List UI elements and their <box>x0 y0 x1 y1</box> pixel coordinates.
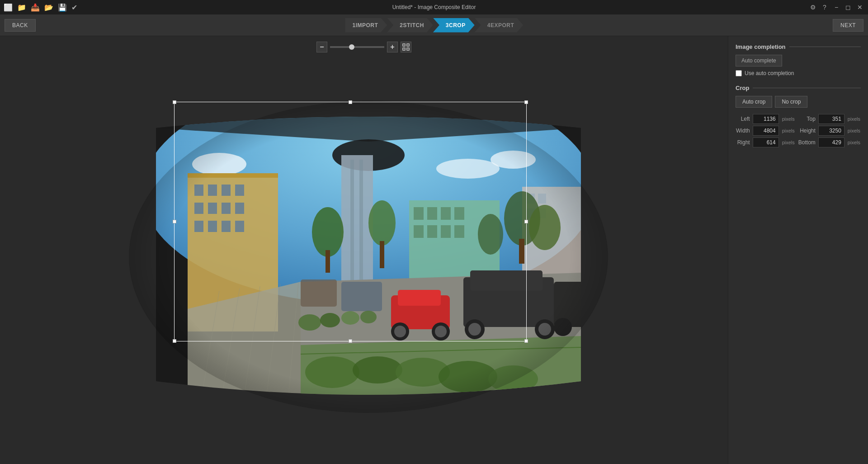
left-label: Left <box>736 116 750 122</box>
panorama-container <box>9 59 728 455</box>
crop-title: Crop <box>736 85 861 91</box>
step-4-label: EXPORT <box>491 22 514 28</box>
svg-rect-1 <box>407 44 409 46</box>
main-area: − + <box>0 36 868 464</box>
auto-completion-checkbox-row: Use auto completion <box>736 70 861 76</box>
step-3-number: 3 <box>446 22 449 28</box>
import-icon[interactable]: 📥 <box>31 3 40 12</box>
right-unit: pixels <box>782 140 795 145</box>
bottom-unit: pixels <box>848 140 861 145</box>
step-3-label: CROP <box>449 22 466 28</box>
zoom-controls: − + <box>316 42 411 52</box>
settings-icon[interactable]: ⚙ <box>808 4 817 11</box>
top-value-input[interactable] <box>818 114 844 124</box>
image-completion-title: Image completion <box>736 43 861 50</box>
titlebar-controls: ⚙ ? − ◻ ✕ <box>808 4 864 11</box>
crop-handle-middle-left[interactable] <box>173 220 176 223</box>
step-1-number: 1 <box>352 22 355 28</box>
zoom-slider-track <box>330 46 384 48</box>
svg-rect-3 <box>407 48 409 50</box>
zoom-plus-button[interactable]: + <box>387 42 398 52</box>
use-auto-completion-label: Use auto completion <box>745 70 794 76</box>
crop-handle-top-left[interactable] <box>173 100 176 104</box>
svg-rect-0 <box>403 44 405 46</box>
step-import[interactable]: 1 IMPORT <box>345 18 387 33</box>
fit-to-window-button[interactable] <box>401 42 411 52</box>
crop-handle-bottom-center[interactable] <box>349 339 352 343</box>
crop-handle-bottom-right[interactable] <box>524 339 528 343</box>
width-value-input[interactable] <box>753 126 779 136</box>
height-value-input[interactable] <box>818 126 844 136</box>
crop-values-grid: Left pixels Top pixels Width pixels Heig… <box>736 114 861 147</box>
panorama-wrapper[interactable] <box>129 101 608 413</box>
help-icon[interactable]: ? <box>820 4 829 11</box>
crop-handle-top-right[interactable] <box>524 100 528 104</box>
bottom-label: Bottom <box>798 139 816 146</box>
project-icon[interactable]: 📁 <box>17 3 26 12</box>
top-unit: pixels <box>848 116 861 122</box>
top-label: Top <box>798 116 816 122</box>
svg-rect-2 <box>403 48 405 50</box>
zoom-minus-button[interactable]: − <box>316 42 327 52</box>
svg-point-73 <box>590 318 608 336</box>
new-icon[interactable]: ⬜ <box>4 3 13 12</box>
crop-handle-top-center[interactable] <box>349 100 352 104</box>
left-value-input[interactable] <box>753 114 779 124</box>
minimize-icon[interactable]: − <box>832 4 841 11</box>
step-2-label: STITCH <box>403 22 424 28</box>
right-panel: Image completion Auto complete Use auto … <box>728 36 868 464</box>
step-export[interactable]: 4 EXPORT <box>475 18 524 33</box>
width-label: Width <box>736 128 750 134</box>
titlebar-title: Untitled* - Image Composite Editor <box>392 4 476 10</box>
titlebar-icons: ⬜ 📁 📥 📂 💾 ✔ <box>4 3 77 12</box>
back-button[interactable]: BACK <box>5 19 36 32</box>
use-auto-completion-checkbox[interactable] <box>736 70 742 76</box>
image-completion-section: Image completion Auto complete Use auto … <box>736 43 861 76</box>
crop-overlay[interactable] <box>174 102 527 341</box>
restore-icon[interactable]: ◻ <box>844 4 853 11</box>
titlebar: ⬜ 📁 📥 📂 💾 ✔ Untitled* - Image Composite … <box>0 0 868 14</box>
step-stitch[interactable]: 2 STITCH <box>387 18 433 33</box>
zoom-slider-thumb[interactable] <box>349 44 354 50</box>
step-crop[interactable]: 3 CROP <box>433 18 475 33</box>
left-unit: pixels <box>782 116 795 122</box>
crop-buttons: Auto crop No crop <box>736 96 861 108</box>
canvas-area[interactable]: − + <box>0 36 728 464</box>
auto-crop-button[interactable]: Auto crop <box>736 96 772 108</box>
open-icon[interactable]: 📂 <box>44 3 53 12</box>
crop-handle-bottom-left[interactable] <box>173 339 176 343</box>
publish-icon[interactable]: ✔ <box>71 3 77 12</box>
navbar: BACK 1 IMPORT 2 STITCH 3 CROP 4 EXPORT N… <box>0 14 868 36</box>
width-unit: pixels <box>782 128 795 133</box>
bottom-value-input[interactable] <box>818 137 844 147</box>
step-1-label: IMPORT <box>356 22 378 28</box>
step-4-number: 4 <box>487 22 491 28</box>
right-label: Right <box>736 139 750 146</box>
right-value-input[interactable] <box>753 137 779 147</box>
close-icon[interactable]: ✕ <box>855 4 864 11</box>
next-button[interactable]: NEXT <box>833 19 863 32</box>
zoom-slider[interactable] <box>330 46 384 48</box>
height-unit: pixels <box>848 128 861 133</box>
crop-handle-middle-right[interactable] <box>524 220 528 223</box>
step-2-number: 2 <box>400 22 403 28</box>
crop-section: Crop Auto crop No crop Left pixels Top p… <box>736 85 861 147</box>
steps-nav: 1 IMPORT 2 STITCH 3 CROP 4 EXPORT <box>345 18 523 33</box>
auto-complete-button[interactable]: Auto complete <box>736 55 782 66</box>
save-icon[interactable]: 💾 <box>58 3 67 12</box>
height-label: Height <box>798 128 816 134</box>
no-crop-button[interactable]: No crop <box>775 96 807 108</box>
